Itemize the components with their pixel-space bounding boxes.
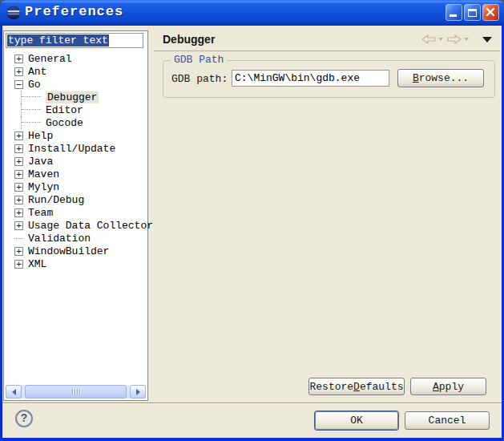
tree-item-label: Validation	[28, 233, 91, 245]
tree-item-label: Gocode	[46, 117, 83, 129]
collapse-icon[interactable]: −	[14, 80, 23, 89]
tree-item-run-debug[interactable]: +Run/Debug	[4, 193, 147, 206]
browse-button[interactable]: Browse...	[397, 69, 484, 87]
group-label: GDB Path	[171, 54, 227, 66]
page-title: Debugger	[163, 33, 215, 46]
ok-button[interactable]: OK	[315, 411, 398, 430]
expand-icon[interactable]: +	[14, 131, 23, 140]
header-separator	[154, 51, 500, 51]
help-button[interactable]: ?	[15, 410, 33, 427]
filter-text-selected: type filter text	[7, 34, 109, 47]
tree-item-label: Install/Update	[28, 143, 115, 155]
tree-item-label: Editor	[46, 104, 83, 116]
tree-item-install-update[interactable]: +Install/Update	[4, 142, 147, 155]
expand-icon[interactable]: +	[14, 208, 23, 217]
tree-item-editor[interactable]: Editor	[4, 103, 147, 116]
preferences-dialog: Preferences type filter text +General+An…	[0, 0, 504, 441]
expand-icon[interactable]: +	[14, 183, 23, 192]
tree-item-general[interactable]: +General	[4, 52, 147, 65]
tree-item-label: Java	[28, 156, 53, 168]
view-menu-button[interactable]	[473, 37, 492, 42]
close-icon	[483, 5, 498, 20]
tree-item-label: Team	[28, 207, 53, 219]
tree-item-maven[interactable]: +Maven	[4, 168, 147, 180]
tree-item-label: General	[28, 53, 72, 65]
tree-guide-line	[21, 91, 42, 103]
scroll-right-icon	[136, 389, 140, 395]
scrollbar-thumb[interactable]	[25, 385, 127, 399]
preferences-tree: +General+Ant−GoDebuggerEditorGocode+Help…	[4, 52, 147, 270]
back-dropdown-icon	[438, 38, 443, 41]
gdb-path-label: GDB path:	[171, 73, 228, 85]
tree-item-go[interactable]: −Go	[4, 78, 147, 91]
expand-icon[interactable]: +	[14, 67, 23, 76]
tree-item-xml[interactable]: +XML	[4, 257, 147, 270]
gdb-path-group: GDB Path GDB path: Browse...	[163, 60, 495, 98]
back-button[interactable]	[421, 34, 443, 44]
window-title: Preferences	[25, 4, 123, 19]
filter-input[interactable]: type filter text	[6, 33, 143, 48]
tree-item-label: Help	[28, 130, 53, 142]
help-icon: ?	[21, 412, 27, 425]
preference-page-panel: Debugger	[152, 26, 502, 403]
tree-item-label: WindowBuilder	[28, 245, 109, 257]
view-menu-icon	[482, 37, 492, 42]
expand-icon[interactable]: +	[14, 157, 23, 166]
tree-item-label: Usage Data Collector	[28, 220, 153, 232]
scroll-right-button[interactable]	[130, 385, 146, 399]
tree-item-java[interactable]: +Java	[4, 155, 147, 168]
tree-item-label: Debugger	[46, 91, 99, 103]
restore-defaults-button[interactable]: Restore Defaults	[308, 378, 405, 395]
titlebar: Preferences	[0, 0, 504, 26]
tree-connector	[14, 238, 23, 239]
scroll-left-icon	[12, 389, 16, 395]
gdb-path-input[interactable]	[232, 70, 389, 87]
expand-icon[interactable]: +	[14, 170, 23, 179]
footer-bar: ? OK Cancel	[2, 404, 502, 438]
back-arrow-icon	[421, 34, 436, 44]
maximize-icon	[468, 9, 477, 17]
tree-item-usage-data-collector[interactable]: +Usage Data Collector	[4, 219, 147, 232]
tree-item-ant[interactable]: +Ant	[4, 65, 147, 78]
tree-item-windowbuilder[interactable]: +WindowBuilder	[4, 245, 147, 257]
eclipse-logo-icon	[6, 6, 21, 20]
page-header: Debugger	[152, 30, 502, 50]
tree-guide-line	[21, 103, 42, 116]
tree-item-label: Ant	[28, 66, 46, 78]
tree-item-label: Go	[28, 79, 41, 91]
category-tree-panel: type filter text +General+Ant−GoDebugger…	[3, 30, 148, 401]
tree-item-label: Maven	[28, 168, 59, 180]
maximize-button[interactable]	[464, 4, 481, 21]
forward-arrow-icon	[447, 34, 462, 44]
tree-item-validation[interactable]: Validation	[4, 232, 147, 245]
scroll-left-button[interactable]	[6, 385, 22, 399]
tree-item-gocode[interactable]: Gocode	[4, 116, 147, 129]
tree-item-label: Mylyn	[28, 181, 59, 193]
tree-item-mylyn[interactable]: +Mylyn	[4, 180, 147, 193]
expand-icon[interactable]: +	[14, 247, 23, 256]
expand-icon[interactable]: +	[14, 260, 23, 269]
expand-icon[interactable]: +	[14, 55, 23, 63]
page-navigation	[421, 34, 492, 44]
tree-item-label: XML	[28, 258, 46, 270]
tree-item-debugger[interactable]: Debugger	[4, 91, 147, 103]
expand-icon[interactable]: +	[14, 196, 23, 204]
window-controls	[446, 4, 499, 21]
forward-dropdown-icon	[464, 38, 469, 41]
horizontal-scrollbar[interactable]	[6, 385, 146, 399]
close-button[interactable]	[482, 4, 499, 21]
dialog-body: type filter text +General+Ant−GoDebugger…	[2, 26, 502, 438]
minimize-icon	[450, 14, 457, 17]
forward-button[interactable]	[447, 34, 469, 44]
minimize-button[interactable]	[446, 4, 462, 21]
tree-item-label: Run/Debug	[28, 194, 84, 206]
tree-item-help[interactable]: +Help	[4, 129, 147, 142]
tree-guide-line	[21, 116, 42, 129]
apply-button[interactable]: Apply	[410, 378, 486, 395]
expand-icon[interactable]: +	[14, 144, 23, 153]
expand-icon[interactable]: +	[14, 221, 23, 230]
cancel-button[interactable]: Cancel	[405, 411, 490, 430]
tree-item-team[interactable]: +Team	[4, 206, 147, 219]
